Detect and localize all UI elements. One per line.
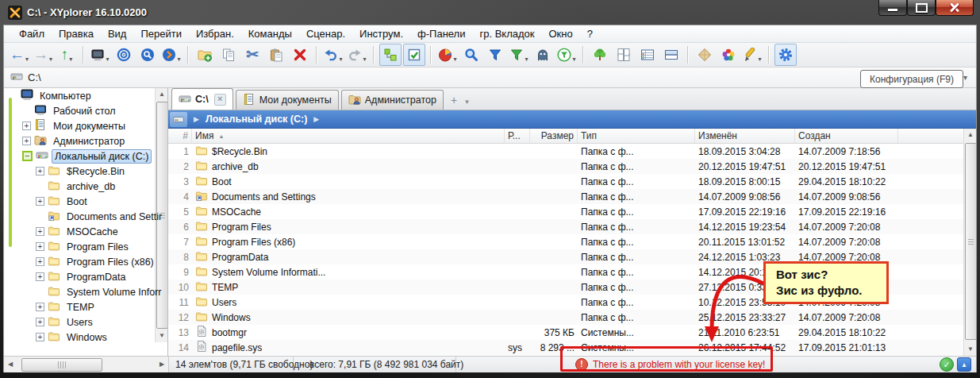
dropdown-caret-icon[interactable]: ▾	[49, 56, 52, 65]
tab-мои-документы[interactable]: Мои документы	[236, 90, 339, 110]
dropdown-caret-icon[interactable]: ▾	[363, 56, 366, 65]
file-row[interactable]: 7Program Files (x86)Папка с ф...20.11.20…	[168, 234, 976, 249]
dropdown-caret-icon[interactable]: ▾	[177, 56, 180, 65]
address-bar[interactable]: C:\ ▾	[4, 68, 976, 88]
quick-search-button[interactable]	[136, 44, 159, 66]
tree-item[interactable]: +Мои документы	[4, 118, 167, 133]
file-row[interactable]: 5MSOCacheПапка с ф...17.09.2015 22:19:16…	[168, 204, 976, 219]
paste-button[interactable]	[265, 44, 287, 66]
expand-toggle[interactable]: +	[36, 242, 44, 251]
column-header-4[interactable]: Тип	[578, 129, 695, 143]
scroll-down-icon[interactable]: ▼	[964, 343, 977, 356]
file-row[interactable]: 3BootПапка с ф...18.09.2015 8:00:1529.04…	[168, 174, 976, 189]
filter-button[interactable]	[484, 44, 506, 66]
tab-администратор[interactable]: Администратор	[341, 90, 444, 110]
tab-list-caret-icon[interactable]: ▾	[462, 98, 472, 106]
tree-item[interactable]: +Users	[4, 314, 167, 330]
visual-filter-button[interactable]: ▾	[555, 44, 578, 66]
new-tab-button[interactable]: +	[446, 94, 462, 106]
color-filter-button[interactable]: ▾	[436, 44, 459, 66]
dropdown-caret-icon[interactable]: ▾	[106, 56, 109, 65]
customize-button[interactable]	[717, 44, 740, 66]
menu-item-10[interactable]: Окно	[542, 26, 580, 41]
dual-pane-button[interactable]	[613, 44, 635, 66]
dropdown-caret-icon[interactable]: ▾	[525, 56, 528, 65]
checkbox-selection-button[interactable]	[403, 44, 425, 66]
dropdown-caret-icon[interactable]: ▾	[25, 56, 29, 65]
expand-toggle[interactable]: +	[22, 137, 31, 145]
delete-button[interactable]	[289, 44, 311, 66]
ghost-filter-button[interactable]	[532, 44, 554, 66]
scrollbar-thumb[interactable]	[965, 143, 977, 340]
breadcrumb-drive-icon[interactable]	[170, 112, 187, 127]
expand-toggle[interactable]: +	[36, 167, 44, 176]
tree-item[interactable]: +MSOCache	[4, 224, 167, 239]
configuration-button[interactable]	[774, 44, 797, 66]
column-header-1[interactable]: Имя▲	[192, 129, 505, 143]
back-button[interactable]: ←▾	[8, 44, 30, 66]
up-button[interactable]: ↑▾	[56, 44, 78, 66]
tree-item[interactable]: +Windows	[4, 330, 167, 345]
column-header-2[interactable]: Р...	[505, 129, 530, 143]
redo-button[interactable]: ▾	[346, 44, 368, 66]
recent-locations-button[interactable]: ▾	[160, 44, 183, 66]
cut-button[interactable]: ✂	[241, 44, 263, 66]
menu-item-0[interactable]: Файл	[12, 26, 52, 41]
menu-item-8[interactable]: ф-Панели	[410, 26, 472, 41]
column-header-0[interactable]: #	[168, 129, 192, 143]
expand-toggle[interactable]: +	[36, 303, 44, 311]
new-folder-button[interactable]	[194, 44, 216, 66]
expand-toggle[interactable]: +	[36, 227, 44, 236]
column-header-3[interactable]: Размер	[530, 129, 578, 143]
tree-item[interactable]: +ProgramData	[4, 269, 167, 284]
mini-tree-button[interactable]: ▾	[89, 44, 111, 66]
menu-item-7[interactable]: Инструм.	[352, 26, 410, 41]
column-header-6[interactable]: Создан	[795, 129, 898, 143]
folder-view-button[interactable]	[589, 44, 611, 66]
report-button[interactable]	[636, 44, 659, 66]
tree-item[interactable]: Documents and Settir	[4, 209, 167, 224]
show-tree-button[interactable]	[379, 44, 402, 66]
dropdown-caret-icon[interactable]: ▾	[339, 56, 342, 65]
file-row[interactable]: 4Documents and SettingsПапка с ф...14.07…	[168, 189, 976, 204]
menu-item-9[interactable]: гр. Вкладок	[472, 26, 541, 41]
file-row[interactable]: 2archive_dbПапка с ф...20.12.2015 19:47:…	[168, 159, 976, 174]
copy-button[interactable]	[217, 44, 240, 66]
breadcrumb-label[interactable]: Локальный диск (C:)	[206, 114, 307, 125]
breadcrumb-separator-icon[interactable]: ▶	[313, 115, 319, 123]
menu-item-11[interactable]: ?	[580, 26, 600, 41]
tab-close-icon[interactable]: ×	[214, 94, 226, 106]
panel-up-icon[interactable]: ▲	[957, 357, 971, 372]
close-button[interactable]	[936, 0, 974, 16]
expand-toggle[interactable]: +	[22, 122, 31, 130]
menu-item-1[interactable]: Правка	[52, 26, 101, 41]
tree-item[interactable]: +Program Files (x86)	[4, 254, 167, 269]
scrollbar-thumb[interactable]	[21, 358, 102, 372]
tab-c-[interactable]: C:\×	[171, 88, 233, 110]
wrap-button[interactable]	[694, 44, 716, 66]
tree-item[interactable]: Рабочий стол	[4, 103, 167, 118]
scroll-left-icon[interactable]: ◀	[4, 357, 17, 372]
tree-item[interactable]: Компьютер	[4, 88, 167, 103]
tree-item[interactable]: −Локальный диск (C:)	[4, 148, 167, 164]
tree-item[interactable]: +Program Files	[4, 239, 167, 254]
ok-status-icon[interactable]: ✓	[940, 357, 954, 372]
file-row[interactable]: 6Program FilesПапка с ф...14.12.2015 19:…	[168, 219, 976, 234]
expand-toggle[interactable]: +	[36, 257, 44, 266]
tree-item[interactable]: +Boot	[4, 194, 167, 209]
menu-item-5[interactable]: Команды	[241, 26, 299, 41]
expand-toggle[interactable]: +	[36, 197, 44, 206]
tree-item[interactable]: System Volume Inforr	[4, 284, 167, 299]
quick-filter-button[interactable]: ▾	[508, 44, 530, 66]
scroll-up-icon[interactable]: ▲	[964, 129, 977, 141]
menu-item-2[interactable]: Вид	[101, 26, 134, 41]
title-bar[interactable]: C:\ - XYplorer 16.10.0200	[0, 0, 980, 25]
file-row[interactable]: 12WindowsПапка с ф...25.12.2015 23:33:27…	[168, 310, 976, 325]
breadcrumb[interactable]: ▶ Локальный диск (C:) ▶	[168, 110, 976, 129]
dropdown-caret-icon[interactable]: ▾	[758, 56, 761, 65]
split-horizontal-button[interactable]	[660, 44, 682, 66]
tree-item[interactable]: archive_db	[4, 179, 167, 194]
undo-button[interactable]: ▾	[322, 44, 344, 66]
touchup-button[interactable]: ▾	[741, 44, 763, 66]
dropdown-caret-icon[interactable]: ▾	[572, 56, 575, 65]
